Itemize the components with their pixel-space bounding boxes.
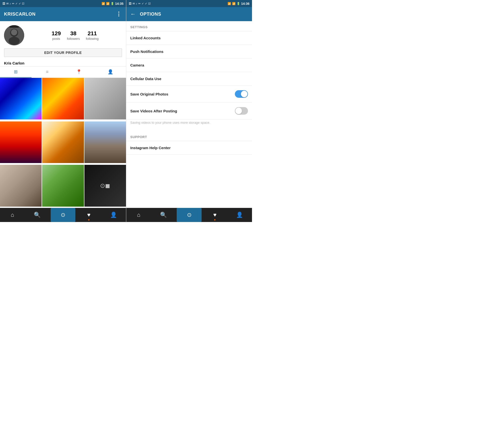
avatar [4, 25, 24, 45]
left-connectivity-icons: 📶 📶 🔋 14:35 [102, 2, 123, 6]
r-wifi-icon: 📶 [228, 2, 231, 5]
nav-search[interactable]: 🔍 [25, 208, 49, 222]
r-nav-likes[interactable]: ♥ [203, 208, 227, 222]
save-videos-toggle[interactable] [235, 107, 248, 115]
left-bottom-nav: ⌂ 🔍 ⊙ ♥ 👤 [0, 208, 126, 222]
settings-content: SETTINGS Linked Accounts Push Notificati… [126, 21, 252, 208]
camera-item[interactable]: Camera [126, 58, 252, 72]
right-panel: 🖼 ✉ ♪ ✏ ✓ ✓ ☑ 📶 📶 🔋 14:36 ← OPTIONS SETT… [126, 0, 252, 222]
camera-overlay-icon: ⊙◼ [100, 182, 110, 189]
right-status-icons: 🖼 ✉ ♪ ✏ ✓ ✓ ☑ [129, 2, 151, 5]
svg-point-3 [11, 29, 17, 35]
camera-label: Camera [130, 63, 144, 67]
tab-grid[interactable]: ⊞ [0, 67, 32, 78]
r-check1-icon: ✓ [142, 2, 144, 5]
tab-bar: ⊞ ≡ 📍 👤 [0, 66, 126, 78]
signal-icon: 📶 [106, 2, 110, 5]
nav-home[interactable]: ⌂ [0, 208, 25, 222]
right-time: 14:36 [241, 2, 249, 6]
menu-button[interactable]: ⋮ [116, 11, 122, 17]
stats-row: 129 posts 38 followers 211 following [28, 30, 122, 41]
right-bottom-nav: ⌂ 🔍 ⊙ ♥ 👤 [126, 208, 252, 222]
r-battery-icon: 🔋 [237, 2, 240, 5]
nav-camera[interactable]: ⊙ [51, 208, 75, 222]
save-original-photos-item: Save Original Photos [126, 86, 252, 103]
right-status-bar: 🖼 ✉ ♪ ✏ ✓ ✓ ☑ 📶 📶 🔋 14:36 [126, 0, 252, 7]
r-signal-icon: 📶 [232, 2, 236, 5]
check3-icon: ☑ [22, 2, 24, 5]
right-header-title: OPTIONS [140, 12, 161, 17]
music-icon: ♪ [10, 2, 11, 5]
r-nav-home[interactable]: ⌂ [126, 208, 151, 222]
linked-accounts-item[interactable]: Linked Accounts [126, 31, 252, 45]
help-center-item[interactable]: Instagram Help Center [126, 141, 252, 155]
push-notifications-item[interactable]: Push Notifications [126, 45, 252, 58]
r-mail-icon: ✉ [133, 2, 135, 5]
save-original-toggle[interactable] [235, 90, 248, 98]
likes-dot [88, 219, 89, 220]
image-icon: 🖼 [3, 2, 5, 5]
r-search-icon: 🔍 [160, 212, 167, 218]
tab-map[interactable]: 📍 [63, 67, 94, 78]
photo-3[interactable] [84, 78, 126, 119]
search-icon: 🔍 [34, 212, 41, 218]
r-music-icon: ♪ [136, 2, 137, 5]
avatar-image [4, 25, 24, 45]
battery-icon: 🔋 [111, 2, 114, 5]
save-original-photos-label: Save Original Photos [130, 92, 168, 96]
photo-7[interactable] [0, 165, 42, 206]
photo-5[interactable] [42, 121, 84, 163]
posts-stat: 129 posts [52, 30, 61, 41]
posts-label: posts [52, 37, 60, 41]
avatar-svg [4, 25, 24, 45]
left-header: KRISCARLON ⋮ [0, 7, 126, 21]
list-icon: ≡ [46, 69, 49, 75]
back-button[interactable]: ← [130, 11, 136, 17]
edit-profile-button[interactable]: EDIT YOUR PROFILE [4, 48, 122, 57]
help-center-label: Instagram Help Center [130, 146, 171, 150]
support-section-label: SUPPORT [126, 131, 252, 141]
photo-1[interactable] [0, 78, 42, 119]
nav-likes[interactable]: ♥ [76, 208, 101, 222]
save-videos-item: Save Videos After Posting [126, 103, 252, 119]
toggle-knob-on [241, 91, 247, 97]
photo-8[interactable] [42, 165, 84, 206]
settings-section-label: SETTINGS [126, 21, 252, 31]
push-notifications-label: Push Notifications [130, 49, 164, 54]
support-section: SUPPORT Instagram Help Center [126, 131, 252, 155]
r-nav-profile[interactable]: 👤 [227, 208, 252, 222]
cellular-data-item[interactable]: Cellular Data Use [126, 72, 252, 86]
cellular-data-label: Cellular Data Use [130, 77, 161, 81]
r-edit-icon: ✏ [138, 2, 141, 5]
nav-profile[interactable]: 👤 [101, 208, 126, 222]
photo-4[interactable] [0, 121, 42, 163]
camera-icon: ⊙ [61, 212, 65, 218]
followers-stat[interactable]: 38 followers [67, 30, 80, 41]
edit-icon: ✏ [12, 2, 14, 5]
r-nav-search[interactable]: 🔍 [151, 208, 176, 222]
header-back-group: ← OPTIONS [130, 11, 161, 17]
left-status-icons: 🖼 ✉ ♪ ✏ ✓ ✓ ☑ [3, 2, 24, 5]
linked-accounts-label: Linked Accounts [130, 36, 161, 40]
photo-2[interactable] [42, 78, 84, 119]
check1-icon: ✓ [15, 2, 18, 5]
photo-9[interactable]: ⊙◼ [84, 165, 126, 206]
r-nav-camera[interactable]: ⊙ [177, 208, 201, 222]
wifi-icon: 📶 [102, 2, 105, 5]
grid-icon: ⊞ [14, 69, 18, 75]
mail-icon: ✉ [6, 2, 9, 5]
map-pin-icon: 📍 [76, 69, 82, 75]
home-icon: ⌂ [11, 212, 14, 218]
right-connectivity-icons: 📶 📶 🔋 14:36 [228, 2, 249, 6]
r-home-icon: ⌂ [137, 212, 140, 218]
tab-tagged[interactable]: 👤 [94, 67, 126, 78]
photo-6[interactable] [84, 121, 126, 163]
heart-icon: ♥ [87, 212, 90, 218]
r-check3-icon: ☑ [148, 2, 151, 5]
r-heart-icon: ♥ [213, 212, 216, 218]
profile-icon: 👤 [110, 212, 117, 218]
left-panel: 🖼 ✉ ♪ ✏ ✓ ✓ ☑ 📶 📶 🔋 14:35 KRISCARLON ⋮ [0, 0, 126, 222]
save-videos-hint: Saving videos to your phone uses more st… [126, 119, 252, 129]
tab-list[interactable]: ≡ [32, 67, 63, 78]
following-stat[interactable]: 211 following [86, 30, 99, 41]
